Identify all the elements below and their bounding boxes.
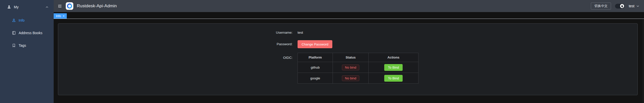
- app-title: Rustdesk-Api-Admin: [77, 4, 117, 9]
- tab-label: Info: [56, 14, 61, 18]
- oidc-table: Platform Status Actions github No bind T…: [298, 53, 418, 84]
- tab-bar: Info ×: [54, 12, 644, 19]
- scrollbar-track[interactable]: [642, 19, 644, 103]
- username-value: test: [298, 30, 303, 35]
- sidebar-group-label: My: [14, 5, 19, 9]
- user-dropdown[interactable]: test: [629, 4, 639, 8]
- platform-cell: google: [298, 73, 333, 84]
- to-bind-button-github[interactable]: To Bind: [384, 64, 403, 71]
- user-filled-icon: [7, 5, 11, 9]
- tab-close-icon[interactable]: ×: [63, 15, 65, 18]
- change-password-button[interactable]: Change Password: [298, 40, 332, 48]
- fold-menu-icon[interactable]: [58, 4, 62, 8]
- sidebar-item-address-books[interactable]: Address Books: [0, 27, 54, 39]
- platform-cell: github: [298, 62, 333, 73]
- chevron-up-icon: [45, 6, 49, 9]
- sidebar-group-my[interactable]: My: [0, 0, 54, 14]
- actions-cell: To Bind: [369, 62, 418, 73]
- actions-cell: To Bind: [369, 73, 418, 84]
- user-outline-icon: [12, 18, 16, 22]
- dark-mode-toggle[interactable]: [615, 4, 625, 9]
- password-label: Password:: [58, 40, 298, 48]
- sidebar-item-info[interactable]: Info: [0, 14, 54, 27]
- tab-info[interactable]: Info ×: [54, 13, 67, 19]
- chevron-down-icon: [636, 5, 639, 8]
- sidebar-item-label: Address Books: [19, 31, 42, 35]
- app-window: My Info Address Books Tags: [0, 0, 644, 103]
- header-right: 切换中文 test: [591, 3, 639, 10]
- sidebar-item-label: Info: [19, 18, 24, 22]
- column-header-actions: Actions: [369, 53, 418, 62]
- column-header-status: Status: [333, 53, 369, 62]
- dark-mode-moon-icon: [620, 4, 624, 8]
- status-badge: No bind: [342, 65, 359, 70]
- info-panel: Username: test Password: Change Password…: [58, 23, 638, 95]
- status-cell: No bind: [333, 62, 369, 73]
- switch-language-button[interactable]: 切换中文: [591, 3, 611, 10]
- sidebar-item-tags[interactable]: Tags: [0, 39, 54, 52]
- user-name: test: [629, 4, 634, 8]
- column-header-platform: Platform: [298, 53, 333, 62]
- oidc-table-header-row: Platform Status Actions: [298, 53, 418, 62]
- oidc-row: OIDC: Platform Status Actions github No …: [58, 53, 637, 84]
- status-cell: No bind: [333, 73, 369, 84]
- table-row-github: github No bind To Bind: [298, 62, 418, 73]
- address-book-icon: [12, 31, 16, 35]
- sidebar-item-label: Tags: [19, 43, 26, 47]
- sidebar: My Info Address Books Tags: [0, 0, 54, 103]
- password-row: Password: Change Password: [58, 40, 637, 48]
- table-row-google: google No bind To Bind: [298, 73, 418, 84]
- top-header: Rustdesk-Api-Admin 切换中文 test: [54, 0, 644, 12]
- status-badge: No bind: [342, 75, 359, 81]
- to-bind-button-google[interactable]: To Bind: [384, 75, 403, 82]
- username-label: Username:: [58, 30, 298, 35]
- username-row: Username: test: [58, 30, 637, 35]
- rustdesk-logo: [66, 2, 73, 10]
- oidc-label: OIDC:: [58, 53, 298, 84]
- bookmark-tag-icon: [12, 43, 16, 47]
